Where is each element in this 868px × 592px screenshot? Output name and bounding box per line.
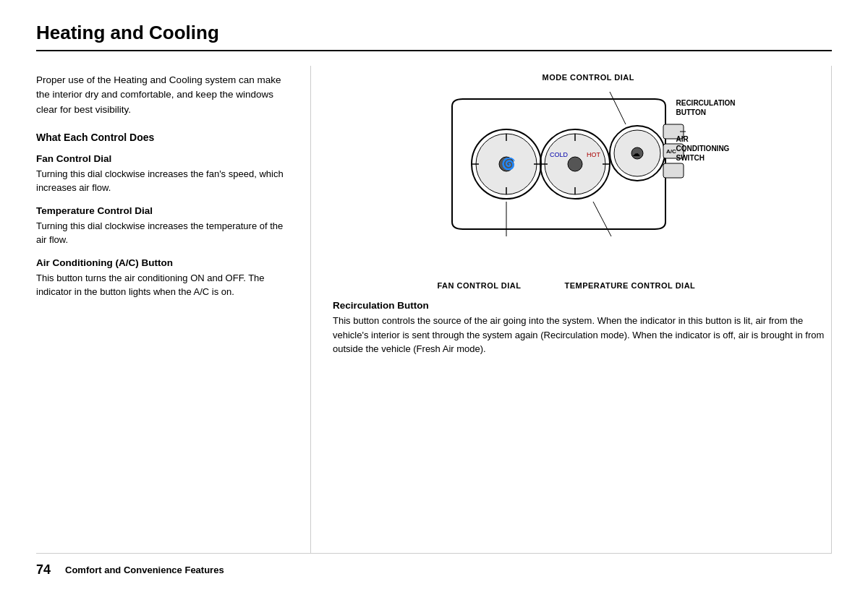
svg-text:COLD: COLD [550, 151, 569, 158]
page-header: Heating and Cooling [36, 22, 832, 51]
svg-text:🌀: 🌀 [501, 157, 516, 171]
ac-button-heading: Air Conditioning (A/C) Button [36, 257, 289, 268]
hvac-diagram: 🌀 COLD HOT [409, 85, 712, 258]
footer-text: Comfort and Convenience Features [65, 565, 224, 575]
recirculation-label: RECIRCULATION BUTTON [676, 98, 756, 117]
right-column: MODE CONTROL DIAL [311, 66, 832, 553]
temp-control-heading: Temperature Control Dial [36, 205, 289, 216]
fan-control-heading: Fan Control Dial [36, 153, 289, 164]
page-number: 74 [36, 562, 51, 578]
mode-control-label: MODE CONTROL DIAL [542, 73, 634, 82]
diagram-wrapper: MODE CONTROL DIAL [333, 73, 831, 290]
temp-control-text: Turning this dial clockwise increases th… [36, 219, 289, 247]
svg-text:A/C: A/C [666, 148, 676, 155]
svg-line-29 [593, 202, 611, 236]
svg-rect-24 [663, 163, 684, 178]
recirculation-text: This button controls the source of the a… [333, 314, 831, 356]
svg-line-25 [610, 92, 626, 124]
ac-switch-label: AIR CONDITIONING SWITCH [676, 134, 756, 163]
left-column: Proper use of the Heating and Cooling sy… [36, 66, 311, 553]
ac-button-text: This button turns the air conditioning O… [36, 271, 289, 299]
intro-text: Proper use of the Heating and Cooling sy… [36, 73, 289, 117]
content-area: Proper use of the Heating and Cooling sy… [36, 66, 832, 553]
page-title: Heating and Cooling [36, 22, 832, 44]
fan-control-text: Turning this dial clockwise increases th… [36, 167, 289, 195]
fan-dial-label: FAN CONTROL DIAL [438, 281, 522, 290]
page-container: Heating and Cooling Proper use of the He… [0, 0, 868, 592]
recirculation-heading: Recirculation Button [333, 300, 831, 311]
svg-point-10 [568, 157, 582, 171]
temp-dial-label: TEMPERATURE CONTROL DIAL [564, 281, 695, 290]
page-footer: 74 Comfort and Convenience Features [36, 553, 832, 578]
what-each-control-heading: What Each Control Does [36, 132, 289, 143]
svg-text:☁: ☁ [632, 149, 640, 158]
svg-text:HOT: HOT [587, 151, 601, 158]
recirculation-section: Recirculation Button This button control… [333, 300, 831, 356]
